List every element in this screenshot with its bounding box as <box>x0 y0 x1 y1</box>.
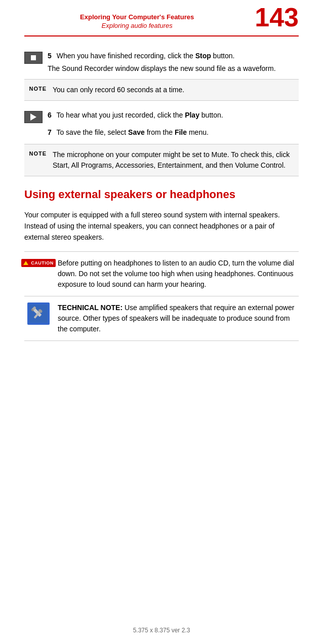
tech-note-label: TECHNICAL NOTE: <box>58 304 123 312</box>
stop-square <box>31 55 36 60</box>
step-5-content: 5 When you have finished recording, clic… <box>48 51 299 74</box>
caution-triangle-icon <box>23 261 28 265</box>
tech-note-text: TECHNICAL NOTE: Use amplified speakers t… <box>58 302 299 334</box>
page-header: Exploring Your Computer's Features Explo… <box>24 0 299 36</box>
header-section: Exploring audio features <box>24 22 250 30</box>
step-6-number: 6 <box>48 111 52 119</box>
step-6-row: 6 To hear what you just recorded, click … <box>24 105 299 125</box>
caution-text: Before putting on headphones to listen t… <box>58 258 299 290</box>
step-5-row: 5 When you have finished recording, clic… <box>24 46 299 80</box>
note-2-text: The microphone on your computer might be… <box>53 149 299 171</box>
save-bold: Save <box>128 128 145 136</box>
stop-icon <box>24 52 43 64</box>
play-icon <box>24 111 43 123</box>
page-container: Exploring Your Computer's Features Explo… <box>0 0 323 644</box>
tech-note-row: TECHNICAL NOTE: Use amplified speakers t… <box>24 296 299 341</box>
caution-badge: CAUTION <box>21 259 56 267</box>
caution-icon: CAUTION <box>24 258 53 267</box>
header-chapter: Exploring Your Computer's Features <box>24 13 250 22</box>
header-title-block: Exploring Your Computer's Features Explo… <box>24 13 250 30</box>
wrench-svg <box>29 305 48 323</box>
note-2-label: NOTE <box>24 149 53 157</box>
footer-text: 5.375 x 8.375 ver 2.3 <box>133 627 190 634</box>
caution-row: CAUTION Before putting on headphones to … <box>24 251 299 296</box>
section-heading: Using external speakers or headphones <box>24 187 299 202</box>
section-body: Your computer is equipped with a full st… <box>24 209 299 243</box>
step-5-text: When you have finished recording, click … <box>57 52 235 60</box>
step-6-content: 6 To hear what you just recorded, click … <box>48 110 299 121</box>
step-7-content: 7 To save the file, select Save from the… <box>48 127 299 138</box>
note-1-row: NOTE You can only record 60 seconds at a… <box>24 80 299 101</box>
step-5-sub: The Sound Recorder window displays the n… <box>48 63 299 74</box>
play-bold: Play <box>185 111 199 119</box>
step-7-text: To save the file, select Save from the F… <box>56 128 208 136</box>
tech-note-icon <box>24 302 53 325</box>
wrench-icon-box <box>27 302 50 325</box>
caution-label: CAUTION <box>31 260 54 266</box>
note-1-text: You can only record 60 seconds at a time… <box>53 85 299 95</box>
stop-bold: Stop <box>195 52 211 60</box>
step-5-number: 5 <box>48 52 52 60</box>
step-6-text: To hear what you just recorded, click th… <box>56 111 223 119</box>
play-triangle <box>30 113 36 121</box>
page-footer: 5.375 x 8.375 ver 2.3 <box>0 627 323 634</box>
step-7-number: 7 <box>48 128 52 136</box>
step-7-row: 7 To save the file, select Save from the… <box>24 125 299 140</box>
step-6-7-group: 6 To hear what you just recorded, click … <box>24 101 299 144</box>
note-1-label: NOTE <box>24 85 53 92</box>
page-number: 143 <box>255 4 299 30</box>
note-2-row: NOTE The microphone on your computer mig… <box>24 144 299 176</box>
file-bold: File <box>175 128 187 136</box>
